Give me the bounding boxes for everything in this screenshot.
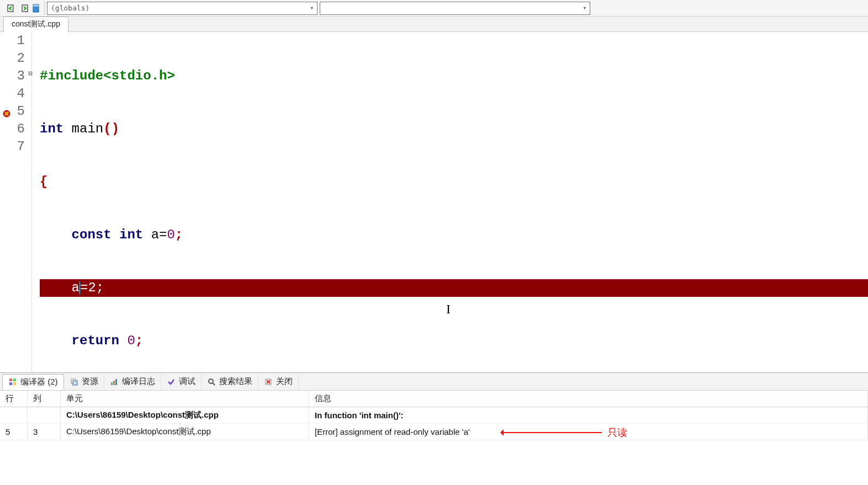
code-line: return 0; — [40, 332, 868, 350]
copy-icon — [70, 377, 78, 386]
svg-rect-5 — [9, 379, 12, 381]
top-toolbar: (globals) ▾ ▾ — [0, 0, 868, 17]
scope-combo[interactable]: (globals) ▾ — [47, 2, 317, 15]
table-row[interactable]: 5 3 C:\Users\86159\Desktop\const测试.cpp [… — [0, 424, 868, 440]
grid-header: 行 列 单元 信息 — [0, 391, 868, 407]
close-icon — [264, 377, 273, 386]
tab-compile-log-label: 编译日志 — [122, 376, 155, 387]
annotation-arrow: 只读 — [502, 426, 627, 439]
svg-line-15 — [213, 383, 215, 385]
breakpoint-error-icon[interactable] — [2, 106, 11, 115]
panel-tabs: 编译器 (2) 资源 编译日志 调试 搜索结果 关闭 — [0, 373, 868, 391]
table-row[interactable]: C:\Users\86159\Desktop\const测试.cpp In fu… — [0, 407, 868, 424]
cell-col: 3 — [28, 424, 61, 440]
tab-compiler[interactable]: 编译器 (2) — [2, 374, 64, 390]
code-line: int main() — [40, 120, 868, 138]
tab-debug[interactable]: 调试 — [161, 374, 202, 389]
source-code[interactable]: #include<stdio.h> int main() { const int… — [32, 32, 868, 372]
cell-unit: C:\Users\86159\Desktop\const测试.cpp — [61, 424, 309, 440]
line-number: 6 — [0, 120, 27, 138]
col-header-unit[interactable]: 单元 — [61, 391, 309, 407]
col-header-line[interactable]: 行 — [0, 391, 28, 407]
code-editor[interactable]: 1 2 3⊟ 4 5 6 7 #include<stdio.h> int mai… — [0, 32, 868, 372]
line-number: 1 — [0, 32, 27, 50]
tab-search-results-label: 搜索结果 — [219, 376, 252, 387]
tab-close[interactable]: 关闭 — [258, 374, 299, 389]
code-line: { — [40, 173, 868, 191]
svg-rect-6 — [13, 379, 16, 381]
check-icon — [167, 377, 176, 386]
ibeam-cursor-icon: I — [446, 300, 451, 318]
tab-debug-label: 调试 — [179, 376, 195, 387]
tab-close-label: 关闭 — [276, 376, 293, 387]
cell-col — [28, 407, 61, 423]
code-line-error: a=2; — [40, 279, 868, 297]
line-gutter: 1 2 3⊟ 4 5 6 7 — [0, 32, 32, 372]
forward-icon[interactable] — [19, 3, 29, 13]
tab-compiler-label: 编译器 (2) — [20, 377, 58, 387]
code-line: const int a=0; — [40, 226, 868, 244]
col-header-col[interactable]: 列 — [28, 391, 61, 407]
cell-line — [0, 407, 28, 423]
arrow-line-icon — [502, 432, 602, 433]
scope-combo-text: (globals) — [51, 4, 89, 12]
back-icon[interactable] — [7, 3, 17, 13]
grid-icon — [8, 377, 17, 386]
tab-compile-log[interactable]: 编译日志 — [104, 374, 161, 389]
bottom-panel: 编译器 (2) 资源 编译日志 调试 搜索结果 关闭 行 列 单元 信息 — [0, 372, 868, 485]
line-number: 3⊟ — [0, 67, 27, 85]
grid-body: C:\Users\86159\Desktop\const测试.cpp In fu… — [0, 407, 868, 485]
chevron-down-icon: ▾ — [310, 4, 314, 12]
line-number: 5 — [0, 103, 27, 120]
search-icon — [207, 377, 216, 386]
cell-info: In function 'int main()': — [309, 407, 868, 423]
svg-rect-11 — [111, 382, 113, 385]
tab-resources[interactable]: 资源 — [64, 374, 104, 389]
tab-resources-label: 资源 — [82, 376, 98, 387]
svg-rect-7 — [9, 382, 12, 385]
svg-point-14 — [209, 379, 213, 383]
file-tab[interactable]: const测试.cpp — [3, 17, 68, 32]
annotation-text: 只读 — [607, 426, 627, 439]
toolbar-icon-group — [3, 1, 45, 15]
cell-info: [Error] assignment of read-only variable… — [309, 424, 868, 440]
tab-search-results[interactable]: 搜索结果 — [202, 374, 258, 389]
code-line: #include<stdio.h> — [40, 67, 868, 85]
cell-unit: C:\Users\86159\Desktop\const测试.cpp — [61, 407, 309, 423]
editor-tabbar: const测试.cpp — [0, 17, 868, 32]
svg-rect-13 — [115, 379, 117, 385]
svg-rect-8 — [13, 382, 16, 385]
svg-rect-12 — [113, 381, 115, 385]
svg-rect-10 — [73, 381, 77, 385]
svg-rect-3 — [33, 4, 39, 7]
line-number: 4 — [0, 85, 27, 103]
bookmark-icon[interactable] — [31, 3, 41, 13]
chart-icon — [110, 377, 119, 386]
col-header-info[interactable]: 信息 — [309, 391, 868, 407]
chevron-down-icon: ▾ — [583, 4, 586, 12]
line-number: 2 — [0, 50, 27, 67]
cell-line: 5 — [0, 424, 28, 440]
file-tab-label: const测试.cpp — [12, 19, 60, 28]
symbol-combo[interactable]: ▾ — [320, 2, 590, 15]
line-number: 7 — [0, 138, 27, 156]
